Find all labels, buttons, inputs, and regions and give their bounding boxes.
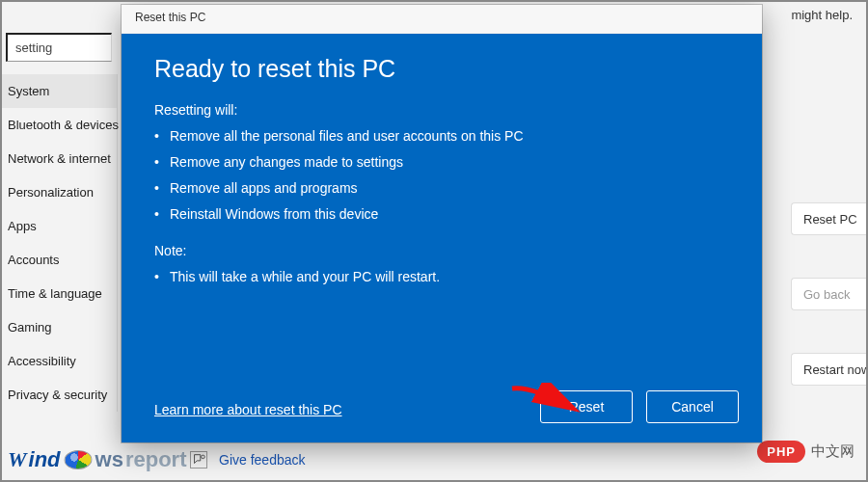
sidebar-item[interactable]: Accounts [2,243,118,277]
bullet-item: This will take a while and your PC will … [154,264,729,290]
sidebar-item[interactable]: Gaming [2,310,118,344]
php-cn-watermark: PHP 中文网 [757,441,854,463]
sidebar-item[interactable]: Accessibility [2,344,118,378]
sidebar-item[interactable]: Apps [2,209,118,243]
dialog-intro: Resetting will: [154,102,729,118]
feedback-label: Give feedback [219,452,306,468]
bullet-item: Reinstall Windows from this device [154,201,729,228]
cancel-button[interactable]: Cancel [646,390,739,423]
bullet-item: Remove all the personal files and user a… [154,123,729,149]
learn-more-link[interactable]: Learn more about reset this PC [154,402,342,417]
settings-sidebar: SystemBluetooth & devicesNetwork & inter… [2,74,118,412]
reset-button[interactable]: Reset [540,390,633,423]
sidebar-item[interactable]: Personalization [2,175,118,209]
give-feedback-link[interactable]: Give feedback [190,451,306,469]
dialog-heading: Ready to reset this PC [154,55,729,83]
bullet-item: Remove all apps and programs [154,175,729,201]
sidebar-item[interactable]: Privacy & security [2,378,118,412]
bullet-item: Remove any changes made to settings [154,149,729,175]
reset-pc-button[interactable]: Reset PC [791,202,866,235]
sidebar-item[interactable]: Bluetooth & devices [2,108,118,142]
sidebar-item[interactable]: System [2,74,118,108]
dialog-note-header: Note: [154,243,729,258]
restart-now-button[interactable]: Restart now [791,353,866,386]
feedback-icon [190,451,207,469]
sidebar-item[interactable]: Network & internet [2,142,118,175]
settings-search-input[interactable] [6,33,112,62]
dialog-bullets-note: This will take a while and your PC will … [154,264,729,290]
windowsreport-watermark: W ind ws report [8,447,186,472]
sidebar-item[interactable]: Time & language [2,277,118,310]
reset-pc-dialog: Reset this PC Ready to reset this PC Res… [122,5,762,442]
dialog-titlebar: Reset this PC [122,5,762,34]
dialog-bullets-reset: Remove all the personal files and user a… [154,123,729,228]
bg-help-hint: might help. [791,8,853,22]
go-back-button[interactable]: Go back [791,278,866,310]
